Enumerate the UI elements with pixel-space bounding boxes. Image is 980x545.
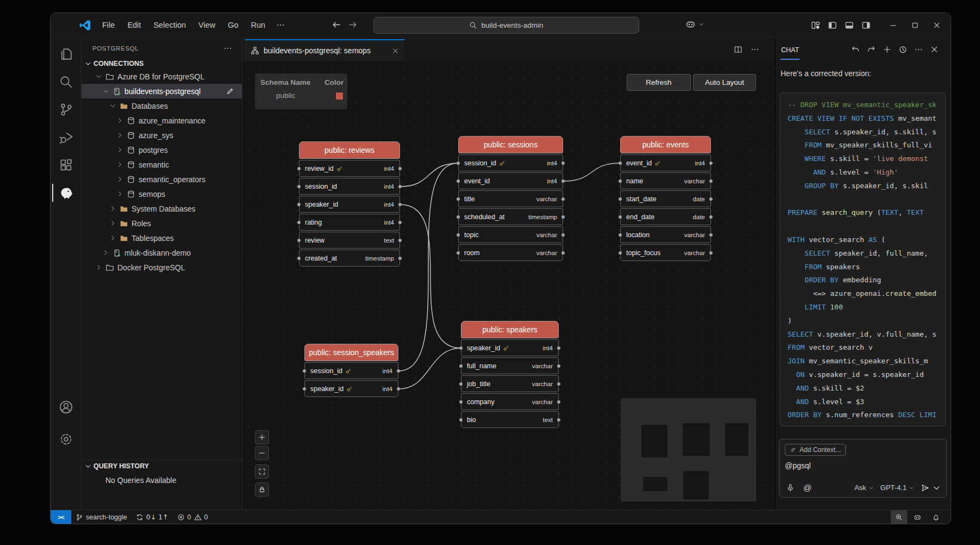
redo-icon[interactable] bbox=[867, 45, 876, 54]
refresh-button[interactable]: Refresh bbox=[627, 74, 691, 91]
lock-button[interactable] bbox=[255, 482, 269, 497]
activity-accounts[interactable] bbox=[52, 393, 79, 421]
branch-indicator[interactable]: search-toggle bbox=[71, 510, 132, 524]
table-header[interactable]: public: speakers bbox=[461, 321, 559, 338]
notifications-button[interactable] bbox=[928, 510, 944, 524]
chevron-down-icon[interactable] bbox=[109, 102, 116, 109]
chat-mode-dropdown[interactable]: Ask bbox=[854, 484, 874, 492]
activity-explorer[interactable] bbox=[52, 40, 79, 68]
table-node-reviews[interactable]: public: reviewsreview_idint4session_idin… bbox=[299, 141, 400, 268]
menu-file[interactable]: File bbox=[96, 17, 121, 33]
activity-run-and-debug[interactable] bbox=[52, 123, 79, 151]
table-header[interactable]: public: session_speakers bbox=[304, 344, 398, 361]
chevron-right-icon[interactable] bbox=[109, 220, 116, 227]
chevron-down-icon[interactable] bbox=[95, 73, 102, 80]
zoom-in-button[interactable] bbox=[255, 430, 269, 444]
editor-more-icon[interactable] bbox=[751, 45, 759, 54]
table-node-session_speakers[interactable]: public: session_speakerssession_idint4sp… bbox=[304, 344, 398, 398]
relationship-edge[interactable] bbox=[563, 163, 620, 181]
tree-item-databases[interactable]: Databases bbox=[82, 98, 242, 113]
chat-tab[interactable]: CHAT bbox=[781, 40, 800, 60]
menu-view[interactable]: View bbox=[192, 17, 221, 33]
chat-history-icon[interactable] bbox=[898, 45, 907, 54]
relationship-edge[interactable] bbox=[400, 205, 461, 348]
problems-indicator[interactable]: 0 0 bbox=[173, 510, 213, 524]
table-node-sessions[interactable]: public: sessionssession_idint4event_idin… bbox=[458, 136, 563, 262]
add-context-button[interactable]: Add Context... bbox=[785, 444, 846, 456]
close-panel-icon[interactable] bbox=[930, 45, 939, 54]
tree-item-system-databases[interactable]: System Databases bbox=[82, 201, 242, 216]
chevron-right-icon[interactable] bbox=[109, 234, 116, 241]
tree-item-azure-db-for-postgresql[interactable]: Azure DB for PostgreSQL bbox=[82, 69, 242, 84]
zoom-status-button[interactable] bbox=[891, 510, 907, 524]
undo-icon[interactable] bbox=[851, 45, 860, 54]
auto-layout-button[interactable]: Auto Layout bbox=[693, 74, 756, 91]
fit-view-button[interactable] bbox=[255, 465, 269, 479]
forward-arrow-icon[interactable] bbox=[348, 20, 358, 30]
chat-input-box[interactable]: Add Context... @pgsql @ Ask GPT-4.1 bbox=[779, 439, 947, 498]
table-node-speakers[interactable]: public: speakersspeaker_idint4full_namev… bbox=[461, 321, 559, 429]
tree-item-azure-maintenance[interactable]: azure_maintenance bbox=[82, 113, 242, 128]
activity-extensions[interactable] bbox=[52, 151, 79, 179]
toggle-sidebar-icon[interactable] bbox=[824, 17, 841, 34]
close-tab-icon[interactable] bbox=[392, 47, 399, 54]
chat-input-value[interactable]: @pgsql bbox=[785, 461, 941, 470]
activity-postgresql[interactable] bbox=[52, 179, 79, 207]
tree-item-azure-sys[interactable]: azure_sys bbox=[82, 128, 242, 143]
tree-item-semantic-operators[interactable]: semantic_operators bbox=[82, 172, 242, 187]
relationship-edge[interactable] bbox=[398, 348, 461, 389]
model-picker-dropdown[interactable]: GPT-4.1 bbox=[881, 484, 914, 492]
chevron-right-icon[interactable] bbox=[102, 249, 109, 256]
menu-selection[interactable]: Selection bbox=[147, 17, 192, 33]
mention-icon[interactable]: @ bbox=[803, 483, 812, 492]
chevron-right-icon[interactable] bbox=[116, 190, 123, 197]
copilot-status-button[interactable] bbox=[909, 510, 926, 524]
zoom-out-button[interactable] bbox=[255, 446, 269, 460]
maximize-button[interactable] bbox=[904, 13, 926, 38]
chevron-right-icon[interactable] bbox=[116, 146, 123, 153]
close-window-button[interactable] bbox=[926, 13, 947, 38]
back-arrow-icon[interactable] bbox=[331, 20, 341, 30]
toggle-secondary-sidebar-icon[interactable] bbox=[858, 17, 875, 34]
microphone-icon[interactable] bbox=[786, 484, 795, 492]
tree-item-mluk-diskann-demo[interactable]: mluk-diskann-demo bbox=[82, 245, 242, 260]
command-center-search[interactable]: build-events-admin bbox=[373, 17, 639, 34]
menu-run[interactable]: Run bbox=[245, 17, 272, 33]
query-history-header[interactable]: QUERY HISTORY bbox=[82, 461, 242, 472]
copilot-badge[interactable] bbox=[685, 19, 704, 29]
send-button[interactable] bbox=[921, 484, 941, 492]
tree-item-docker-postgresql[interactable]: Docker PostgreSQL bbox=[82, 260, 242, 275]
menu-go[interactable]: Go bbox=[222, 17, 244, 33]
table-header[interactable]: public: sessions bbox=[458, 136, 563, 153]
chevron-down-icon[interactable] bbox=[102, 88, 109, 95]
schema-diagram-canvas[interactable]: Schema Name Color public Refresh Auto La… bbox=[242, 61, 775, 510]
tree-item-buildevents-postgresql[interactable]: buildevents-postgresql bbox=[82, 84, 242, 98]
relationship-edge[interactable] bbox=[398, 163, 458, 371]
customize-layout-icon[interactable] bbox=[807, 17, 824, 34]
chevron-right-icon[interactable] bbox=[95, 264, 102, 271]
tab-schema-diagram[interactable]: buildevents-postgresql: semops bbox=[245, 39, 405, 61]
chat-more-icon[interactable] bbox=[914, 45, 923, 54]
sync-indicator[interactable]: 0↓ 1↑ bbox=[132, 510, 173, 524]
chevron-right-icon[interactable] bbox=[116, 161, 123, 168]
sidebar-more-icon[interactable] bbox=[223, 44, 232, 53]
connections-section-header[interactable]: CONNECTIONS bbox=[82, 58, 242, 69]
remote-indicator[interactable]: >< bbox=[51, 510, 71, 524]
table-node-events[interactable]: public: eventsevent_idint4namevarcharsta… bbox=[620, 136, 711, 262]
edit-connection-icon[interactable] bbox=[226, 87, 234, 95]
menu-edit[interactable]: Edit bbox=[121, 17, 147, 33]
relationship-edge[interactable] bbox=[400, 163, 458, 187]
activity-source-control[interactable] bbox=[52, 96, 79, 123]
split-editor-icon[interactable] bbox=[734, 45, 742, 54]
chevron-right-icon[interactable] bbox=[116, 117, 123, 124]
chevron-right-icon[interactable] bbox=[116, 176, 123, 183]
table-header[interactable]: public: events bbox=[620, 136, 711, 153]
tree-item-tablespaces[interactable]: Tablespaces bbox=[82, 231, 242, 245]
tree-item-roles[interactable]: Roles bbox=[82, 216, 242, 231]
tree-item-postgres[interactable]: postgres bbox=[82, 143, 242, 157]
minimize-button[interactable] bbox=[882, 13, 904, 38]
tree-item-semantic[interactable]: semantic bbox=[82, 157, 242, 172]
diagram-minimap[interactable] bbox=[621, 398, 756, 501]
chevron-right-icon[interactable] bbox=[116, 132, 123, 139]
tree-item-semops[interactable]: semops bbox=[82, 187, 242, 201]
